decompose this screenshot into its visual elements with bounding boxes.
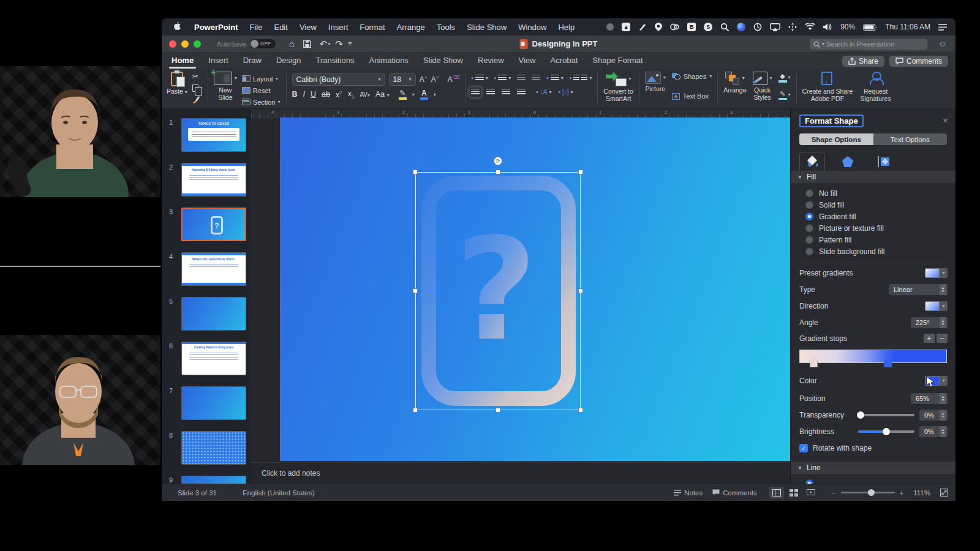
radio-pattern-fill[interactable]: Pattern fill	[791, 234, 956, 246]
resize-handle-se[interactable]	[578, 408, 583, 413]
radio-gradient-fill[interactable]: Gradient fill	[791, 211, 956, 222]
tab-acrobat[interactable]: Acrobat	[551, 56, 578, 69]
font-name-combo[interactable]: Calibri (Body)▾	[292, 73, 385, 86]
menulet-pen-icon[interactable]	[638, 23, 647, 31]
wifi-icon[interactable]	[805, 23, 815, 31]
rotate-handle[interactable]: ⟳	[494, 157, 502, 165]
menu-tools[interactable]: Tools	[437, 23, 455, 32]
radio-picture-texture-fill[interactable]: Picture or texture fill	[791, 222, 956, 234]
effects-icon-tab[interactable]	[835, 152, 861, 171]
thumbnail-slide-4[interactable]: 4 Where Can I Get Icons as SVGs?	[169, 252, 251, 286]
radio-slide-background-fill[interactable]: Slide background fill	[791, 246, 956, 257]
bold-button[interactable]: B	[292, 91, 298, 99]
apple-logo-icon[interactable]	[174, 22, 183, 32]
notification-center-icon[interactable]	[938, 24, 947, 31]
autosave-toggle[interactable]: OFF	[250, 39, 276, 48]
menubar-clock[interactable]: Thu 11:06 AM	[885, 23, 930, 31]
feedback-smiley-icon[interactable]: ☺	[938, 39, 947, 48]
minimize-window-button[interactable]	[181, 40, 189, 48]
shrink-font-button[interactable]: A˅	[431, 75, 439, 84]
zoom-percentage[interactable]: 111%	[913, 489, 930, 497]
justify-button[interactable]	[517, 89, 526, 96]
zoom-slider-knob[interactable]	[868, 489, 875, 496]
zoom-out-button[interactable]: −	[832, 489, 836, 497]
search-scope-chevron-icon[interactable]: ▾	[822, 42, 824, 47]
moom-icon[interactable]	[788, 23, 797, 31]
character-spacing-button[interactable]: AV▾	[360, 92, 370, 98]
menulet-triangle-icon[interactable]: ▲	[622, 23, 630, 31]
resize-handle-n[interactable]	[496, 170, 500, 174]
format-painter-button[interactable]	[192, 96, 200, 103]
tab-animations[interactable]: Animations	[369, 56, 409, 69]
underline-button[interactable]: U	[311, 91, 316, 99]
comments-button[interactable]: Comments	[889, 56, 948, 67]
shapes-button[interactable]: Shapes▾	[672, 73, 712, 80]
thumbnail-slide-1[interactable]: 1 TOPICS TO COVER	[169, 118, 251, 152]
arrange-button[interactable]: ▾ Arrange	[723, 72, 746, 94]
menu-insert[interactable]: Insert	[328, 23, 349, 32]
menulet-b1-icon[interactable]: B	[687, 23, 696, 31]
cut-button[interactable]: ✂	[192, 73, 202, 80]
radio-solid-fill[interactable]: Solid fill	[791, 199, 956, 211]
menu-window[interactable]: Window	[518, 23, 546, 32]
menu-slide-show[interactable]: Slide Show	[467, 23, 507, 32]
transparency-slider[interactable]	[858, 414, 914, 416]
search-box[interactable]: ▾	[810, 39, 927, 50]
notes-toggle-button[interactable]: Notes	[674, 489, 703, 497]
menu-format[interactable]: Format	[360, 23, 385, 32]
change-case-button[interactable]: Aa ▾	[375, 91, 390, 99]
menulet-skype-icon[interactable]: S	[704, 23, 712, 31]
font-color-button[interactable]: A	[420, 89, 428, 100]
slide-3[interactable]: ? ⟳	[280, 118, 790, 461]
redo-button[interactable]: ↷	[335, 39, 343, 48]
resize-handle-ne[interactable]	[578, 170, 583, 174]
text-highlight-button[interactable]: ✎	[399, 89, 407, 100]
brightness-field[interactable]: 0% ▲▼	[919, 426, 948, 437]
line-spacing-button[interactable]: ▾	[546, 75, 564, 81]
convert-to-smartart-button[interactable]: ▾ Convert toSmartArt	[603, 72, 633, 102]
menu-arrange[interactable]: Arrange	[397, 23, 425, 32]
resize-handle-sw[interactable]	[413, 408, 418, 413]
line-radio-partial[interactable]	[791, 478, 956, 484]
angle-field[interactable]: 225° ▲▼	[911, 317, 948, 328]
language-indicator[interactable]: English (United States)	[243, 489, 315, 497]
gradient-type-select[interactable]: Linear ▲▼	[889, 284, 948, 295]
thumbnail-slide-6[interactable]: 6 Creating Patterns Using Icons	[169, 342, 251, 375]
spotlight-icon[interactable]	[720, 23, 729, 31]
strikethrough-button[interactable]: ab	[322, 91, 330, 99]
menulet-location-icon[interactable]	[655, 23, 662, 31]
time-machine-icon[interactable]	[753, 23, 762, 31]
decrease-indent-button[interactable]	[517, 75, 526, 81]
align-left-button[interactable]	[471, 89, 480, 96]
increase-indent-button[interactable]	[532, 75, 540, 81]
thumbnail-slide-5[interactable]: 5	[169, 297, 251, 331]
copy-button[interactable]: ▾	[192, 84, 202, 92]
clear-formatting-button[interactable]: A⌫	[448, 75, 460, 84]
brightness-slider[interactable]	[858, 430, 914, 433]
shape-fill-button[interactable]: ◆▾	[778, 73, 791, 83]
shape-outline-button[interactable]: ✎▾	[778, 91, 791, 100]
volume-icon[interactable]	[823, 23, 832, 31]
zoom-in-button[interactable]: +	[900, 489, 904, 497]
normal-view-button[interactable]	[769, 487, 784, 499]
tab-home[interactable]: Home	[172, 56, 194, 69]
align-center-button[interactable]	[486, 89, 495, 96]
align-text-button[interactable]: [↕]▾	[558, 89, 573, 96]
size-properties-icon-tab[interactable]	[870, 152, 896, 171]
gradient-stops-bar[interactable]	[799, 350, 947, 363]
tab-draw[interactable]: Draw	[243, 56, 262, 69]
menu-edit[interactable]: Edit	[274, 23, 287, 32]
rotate-with-shape-checkbox[interactable]: ✓ Rotate with shape	[791, 441, 956, 455]
menubar-app-name[interactable]: PowerPoint	[194, 23, 238, 32]
preset-gradients-picker[interactable]: ▾	[925, 268, 948, 278]
thumbnail-slide-2[interactable]: 2 Importing & Editing Vector Icons	[169, 163, 251, 197]
reset-button[interactable]: Reset	[242, 85, 271, 96]
text-box-button[interactable]: AText Box	[672, 93, 712, 100]
quick-styles-button[interactable]: ▾ QuickStyles	[753, 72, 772, 101]
tab-text-options[interactable]: Text Options	[873, 133, 948, 145]
thumbnail-slide-3-selected[interactable]: 3 ?	[169, 208, 251, 241]
share-button[interactable]: Share	[842, 56, 884, 67]
remove-gradient-stop-button[interactable]: −	[937, 334, 948, 343]
picture-button[interactable]: ▾ Picture	[645, 72, 666, 92]
superscript-button[interactable]: x2	[336, 91, 342, 99]
